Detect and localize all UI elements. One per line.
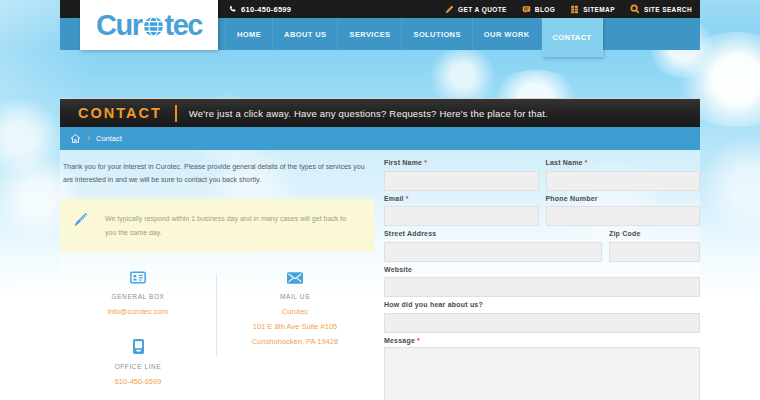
- banner-subtitle: We're just a click away. Have any questi…: [189, 108, 548, 119]
- mail-company: Curotec: [216, 304, 374, 319]
- website-input[interactable]: [384, 277, 700, 297]
- hear-about-input[interactable]: [384, 313, 700, 333]
- last-name-input[interactable]: [546, 171, 701, 191]
- sitemap-icon: [570, 5, 579, 14]
- info-column-right: MAIL US Curotec 101 E 8th Ave Suite #105…: [216, 270, 374, 389]
- globe-icon: [143, 16, 164, 37]
- hear-about-label: How did you hear about us?: [384, 301, 700, 308]
- required-asterisk: *: [424, 159, 427, 166]
- contact-form: First Name* Last Name* Email* Phone Numb…: [384, 158, 700, 400]
- email-link[interactable]: info@curotec.com: [60, 304, 216, 319]
- message-textarea[interactable]: [384, 347, 700, 400]
- mail-us-block: MAIL US Curotec 101 E 8th Ave Suite #105…: [216, 270, 374, 349]
- office-phone-link[interactable]: 610-450-6599: [60, 374, 216, 389]
- envelope-icon: [287, 272, 303, 284]
- message-label: Message*: [384, 337, 700, 344]
- email-input[interactable]: [384, 206, 539, 226]
- id-card-icon: [130, 271, 146, 284]
- blog-icon: [522, 5, 531, 14]
- nav-item-solutions[interactable]: SOLUTIONS: [402, 18, 472, 50]
- topbar-phone[interactable]: 610-450-6599: [228, 5, 291, 14]
- info-divider: [216, 274, 217, 356]
- nav-item-about-us[interactable]: ABOUT US: [273, 18, 338, 50]
- left-column: Thank you for your interest in Curotec. …: [60, 158, 374, 400]
- first-name-input[interactable]: [384, 171, 539, 191]
- info-column-left: GENERAL BOX info@curotec.com OFFICE LINE…: [60, 270, 216, 389]
- logo-text: Cur tec: [96, 11, 202, 40]
- office-line-label: OFFICE LINE: [60, 363, 216, 370]
- first-name-group: First Name*: [384, 159, 539, 191]
- required-asterisk: *: [417, 337, 420, 344]
- street-label: Street Address: [384, 230, 602, 237]
- zip-code-input[interactable]: [609, 242, 700, 262]
- get-a-quote-link[interactable]: GET A QUOTE: [445, 5, 507, 14]
- cloud: [695, 140, 760, 235]
- site-frame: 610-450-6599 GET A QUOTE BLOG: [60, 0, 700, 400]
- general-box-block: GENERAL BOX info@curotec.com: [60, 270, 216, 319]
- breadcrumb-separator: ›: [87, 134, 90, 143]
- banner-divider: [175, 105, 177, 122]
- message-group: Message*: [384, 337, 700, 400]
- topbar-phone-number[interactable]: 610-450-6599: [241, 5, 291, 14]
- phone-icon: [228, 5, 236, 13]
- mail-us-label: MAIL US: [216, 293, 374, 300]
- pencil-icon: [445, 5, 454, 14]
- sitemap-link[interactable]: SITEMAP: [570, 5, 615, 14]
- site-search-link[interactable]: SITE SEARCH: [630, 4, 692, 14]
- street-address-input[interactable]: [384, 242, 602, 262]
- nav-item-home[interactable]: HOME: [225, 18, 273, 50]
- mobile-phone-icon: [133, 339, 144, 354]
- response-note: We typically respond within 1 business d…: [60, 199, 374, 252]
- mail-street: 101 E 8th Ave Suite #105: [216, 319, 374, 334]
- zip-group: Zip Code: [609, 230, 700, 262]
- website-group: Website: [384, 266, 700, 298]
- get-a-quote-label: GET A QUOTE: [458, 6, 507, 13]
- last-name-group: Last Name*: [546, 159, 701, 191]
- logo-part2: tec: [165, 11, 202, 40]
- nav-item-contact-active[interactable]: CONTACT: [542, 18, 604, 57]
- nav-item-services[interactable]: SERVICES: [338, 18, 402, 50]
- last-name-label: Last Name*: [546, 159, 701, 166]
- zip-label: Zip Code: [609, 230, 700, 237]
- page-banner: CONTACT We're just a click away. Have an…: [60, 98, 700, 127]
- note-text: We typically respond within 1 business d…: [105, 211, 357, 240]
- site-search-label: SITE SEARCH: [644, 6, 692, 13]
- email-label: Email*: [384, 195, 539, 202]
- blog-link[interactable]: BLOG: [522, 5, 555, 14]
- intro-text: Thank you for your interest in Curotec. …: [60, 158, 374, 186]
- contact-info: GENERAL BOX info@curotec.com OFFICE LINE…: [60, 270, 374, 389]
- phone-group: Phone Number: [546, 195, 701, 227]
- first-name-label: First Name*: [384, 159, 539, 166]
- mail-city: Conshohocken, PA 19428: [216, 334, 374, 349]
- office-line-block: OFFICE LINE 610-450-6599: [60, 339, 216, 389]
- hear-about-group: How did you hear about us?: [384, 301, 700, 333]
- phone-label: Phone Number: [546, 195, 701, 202]
- website-label: Website: [384, 266, 700, 273]
- breadcrumb: › Contact: [60, 127, 700, 150]
- general-box-label: GENERAL BOX: [60, 293, 216, 300]
- blog-label: BLOG: [535, 6, 555, 13]
- email-group: Email*: [384, 195, 539, 227]
- page-title: CONTACT: [78, 105, 162, 121]
- phone-input[interactable]: [546, 206, 701, 226]
- breadcrumb-current: Contact: [96, 134, 122, 143]
- sitemap-label: SITEMAP: [583, 6, 615, 13]
- logo-part1: Cur: [96, 11, 141, 40]
- search-icon: [630, 4, 640, 14]
- home-icon[interactable]: [70, 133, 81, 144]
- content-area: Thank you for your interest in Curotec. …: [60, 150, 700, 400]
- page: 610-450-6599 GET A QUOTE BLOG: [0, 0, 760, 400]
- required-asterisk: *: [585, 159, 588, 166]
- required-asterisk: *: [406, 195, 409, 202]
- street-group: Street Address: [384, 230, 602, 262]
- pencil-icon: [73, 211, 90, 228]
- nav-item-our-work[interactable]: OUR WORK: [473, 18, 542, 50]
- topbar-links: GET A QUOTE BLOG SITEMAP: [445, 4, 700, 14]
- curotec-logo[interactable]: Cur tec: [80, 0, 218, 50]
